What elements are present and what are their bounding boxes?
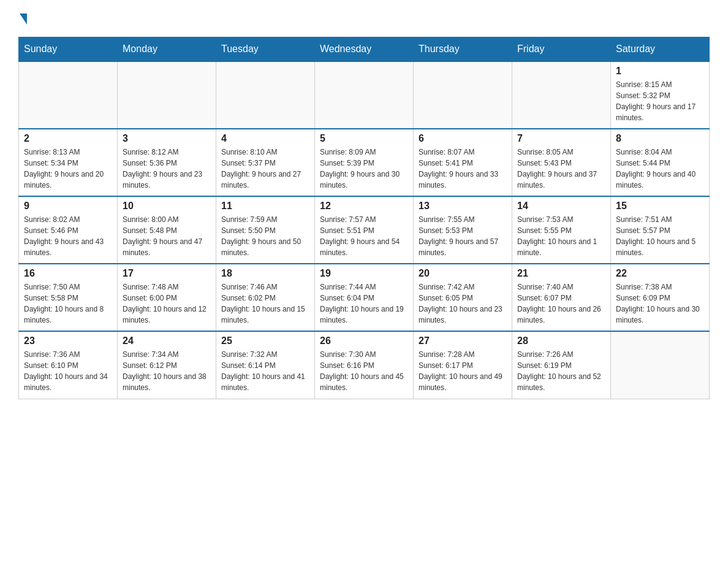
day-info: Sunrise: 7:50 AMSunset: 5:58 PMDaylight:… xyxy=(24,282,112,326)
day-number: 25 xyxy=(221,335,309,347)
day-info: Sunrise: 8:02 AMSunset: 5:46 PMDaylight:… xyxy=(24,214,112,258)
day-number: 6 xyxy=(419,133,507,144)
header-sunday: Sunday xyxy=(19,37,118,62)
day-cell: 6Sunrise: 8:07 AMSunset: 5:41 PMDaylight… xyxy=(414,129,512,196)
day-info: Sunrise: 7:40 AMSunset: 6:07 PMDaylight:… xyxy=(517,282,605,326)
day-info: Sunrise: 8:13 AMSunset: 5:34 PMDaylight:… xyxy=(24,147,112,191)
day-number: 5 xyxy=(320,133,408,144)
day-info: Sunrise: 7:46 AMSunset: 6:02 PMDaylight:… xyxy=(221,282,309,326)
day-cell: 11Sunrise: 7:59 AMSunset: 5:50 PMDayligh… xyxy=(216,196,315,264)
day-number: 4 xyxy=(221,133,309,144)
header-tuesday: Tuesday xyxy=(216,37,315,62)
day-cell: 3Sunrise: 8:12 AMSunset: 5:36 PMDaylight… xyxy=(118,129,216,196)
day-cell: 7Sunrise: 8:05 AMSunset: 5:43 PMDaylight… xyxy=(512,129,611,196)
day-info: Sunrise: 7:36 AMSunset: 6:10 PMDaylight:… xyxy=(24,349,112,393)
week-row-5: 23Sunrise: 7:36 AMSunset: 6:10 PMDayligh… xyxy=(19,331,710,399)
day-number: 2 xyxy=(24,133,112,144)
day-info: Sunrise: 8:12 AMSunset: 5:36 PMDaylight:… xyxy=(123,147,211,191)
day-info: Sunrise: 8:07 AMSunset: 5:41 PMDaylight:… xyxy=(419,147,507,191)
day-number: 9 xyxy=(24,201,112,212)
day-cell: 28Sunrise: 7:26 AMSunset: 6:19 PMDayligh… xyxy=(512,331,611,399)
day-cell xyxy=(118,61,216,129)
day-number: 1 xyxy=(616,66,704,77)
day-number: 23 xyxy=(24,335,112,347)
header-monday: Monday xyxy=(118,37,216,62)
day-number: 11 xyxy=(221,201,309,212)
day-cell: 4Sunrise: 8:10 AMSunset: 5:37 PMDaylight… xyxy=(216,129,315,196)
day-number: 14 xyxy=(517,201,605,212)
day-info: Sunrise: 7:42 AMSunset: 6:05 PMDaylight:… xyxy=(419,282,507,326)
day-cell: 27Sunrise: 7:28 AMSunset: 6:17 PMDayligh… xyxy=(414,331,512,399)
day-cell: 18Sunrise: 7:46 AMSunset: 6:02 PMDayligh… xyxy=(216,264,315,331)
day-number: 13 xyxy=(419,201,507,212)
day-cell: 20Sunrise: 7:42 AMSunset: 6:05 PMDayligh… xyxy=(414,264,512,331)
day-info: Sunrise: 8:00 AMSunset: 5:48 PMDaylight:… xyxy=(123,214,211,258)
day-number: 21 xyxy=(517,268,605,279)
day-cell: 16Sunrise: 7:50 AMSunset: 5:58 PMDayligh… xyxy=(19,264,118,331)
header-friday: Friday xyxy=(512,37,611,62)
day-cell: 12Sunrise: 7:57 AMSunset: 5:51 PMDayligh… xyxy=(315,196,414,264)
day-info: Sunrise: 8:09 AMSunset: 5:39 PMDaylight:… xyxy=(320,147,408,191)
day-cell: 19Sunrise: 7:44 AMSunset: 6:04 PMDayligh… xyxy=(315,264,414,331)
day-cell: 13Sunrise: 7:55 AMSunset: 5:53 PMDayligh… xyxy=(414,196,512,264)
day-number: 27 xyxy=(419,335,507,347)
day-number: 20 xyxy=(419,268,507,279)
day-cell: 22Sunrise: 7:38 AMSunset: 6:09 PMDayligh… xyxy=(611,264,710,331)
day-cell xyxy=(611,331,710,399)
day-number: 24 xyxy=(123,335,211,347)
week-row-1: 1Sunrise: 8:15 AMSunset: 5:32 PMDaylight… xyxy=(19,61,710,129)
day-number: 16 xyxy=(24,268,112,279)
week-row-3: 9Sunrise: 8:02 AMSunset: 5:46 PMDaylight… xyxy=(19,196,710,264)
weekday-header-row: Sunday Monday Tuesday Wednesday Thursday… xyxy=(19,37,710,62)
day-cell: 1Sunrise: 8:15 AMSunset: 5:32 PMDaylight… xyxy=(611,61,710,129)
day-cell: 8Sunrise: 8:04 AMSunset: 5:44 PMDaylight… xyxy=(611,129,710,196)
day-number: 18 xyxy=(221,268,309,279)
day-info: Sunrise: 7:48 AMSunset: 6:00 PMDaylight:… xyxy=(123,282,211,326)
page-header xyxy=(18,12,710,25)
day-cell xyxy=(512,61,611,129)
day-number: 3 xyxy=(123,133,211,144)
day-info: Sunrise: 7:30 AMSunset: 6:16 PMDaylight:… xyxy=(320,349,408,393)
day-cell xyxy=(414,61,512,129)
day-cell: 17Sunrise: 7:48 AMSunset: 6:00 PMDayligh… xyxy=(118,264,216,331)
day-number: 26 xyxy=(320,335,408,347)
day-cell: 21Sunrise: 7:40 AMSunset: 6:07 PMDayligh… xyxy=(512,264,611,331)
day-cell: 23Sunrise: 7:36 AMSunset: 6:10 PMDayligh… xyxy=(19,331,118,399)
day-cell: 10Sunrise: 8:00 AMSunset: 5:48 PMDayligh… xyxy=(118,196,216,264)
day-cell xyxy=(216,61,315,129)
day-info: Sunrise: 7:53 AMSunset: 5:55 PMDaylight:… xyxy=(517,214,605,258)
day-info: Sunrise: 7:26 AMSunset: 6:19 PMDaylight:… xyxy=(517,349,605,393)
day-number: 28 xyxy=(517,335,605,347)
day-cell: 2Sunrise: 8:13 AMSunset: 5:34 PMDaylight… xyxy=(19,129,118,196)
day-info: Sunrise: 7:55 AMSunset: 5:53 PMDaylight:… xyxy=(419,214,507,258)
day-info: Sunrise: 7:59 AMSunset: 5:50 PMDaylight:… xyxy=(221,214,309,258)
day-cell xyxy=(19,61,118,129)
day-cell: 15Sunrise: 7:51 AMSunset: 5:57 PMDayligh… xyxy=(611,196,710,264)
day-number: 12 xyxy=(320,201,408,212)
day-info: Sunrise: 8:15 AMSunset: 5:32 PMDaylight:… xyxy=(616,79,704,123)
week-row-2: 2Sunrise: 8:13 AMSunset: 5:34 PMDaylight… xyxy=(19,129,710,196)
logo-triangle-icon xyxy=(20,13,27,25)
day-info: Sunrise: 8:05 AMSunset: 5:43 PMDaylight:… xyxy=(517,147,605,191)
day-cell: 5Sunrise: 8:09 AMSunset: 5:39 PMDaylight… xyxy=(315,129,414,196)
day-cell: 14Sunrise: 7:53 AMSunset: 5:55 PMDayligh… xyxy=(512,196,611,264)
day-cell: 25Sunrise: 7:32 AMSunset: 6:14 PMDayligh… xyxy=(216,331,315,399)
day-info: Sunrise: 7:34 AMSunset: 6:12 PMDaylight:… xyxy=(123,349,211,393)
day-number: 19 xyxy=(320,268,408,279)
day-number: 15 xyxy=(616,201,704,212)
week-row-4: 16Sunrise: 7:50 AMSunset: 5:58 PMDayligh… xyxy=(19,264,710,331)
day-cell: 9Sunrise: 8:02 AMSunset: 5:46 PMDaylight… xyxy=(19,196,118,264)
header-wednesday: Wednesday xyxy=(315,37,414,62)
day-cell: 24Sunrise: 7:34 AMSunset: 6:12 PMDayligh… xyxy=(118,331,216,399)
header-saturday: Saturday xyxy=(611,37,710,62)
day-number: 17 xyxy=(123,268,211,279)
day-info: Sunrise: 7:44 AMSunset: 6:04 PMDaylight:… xyxy=(320,282,408,326)
day-info: Sunrise: 7:32 AMSunset: 6:14 PMDaylight:… xyxy=(221,349,309,393)
day-info: Sunrise: 8:10 AMSunset: 5:37 PMDaylight:… xyxy=(221,147,309,191)
calendar-table: Sunday Monday Tuesday Wednesday Thursday… xyxy=(18,37,710,399)
day-info: Sunrise: 8:04 AMSunset: 5:44 PMDaylight:… xyxy=(616,147,704,191)
day-cell: 26Sunrise: 7:30 AMSunset: 6:16 PMDayligh… xyxy=(315,331,414,399)
day-info: Sunrise: 7:38 AMSunset: 6:09 PMDaylight:… xyxy=(616,282,704,326)
header-thursday: Thursday xyxy=(414,37,512,62)
day-info: Sunrise: 7:57 AMSunset: 5:51 PMDaylight:… xyxy=(320,214,408,258)
